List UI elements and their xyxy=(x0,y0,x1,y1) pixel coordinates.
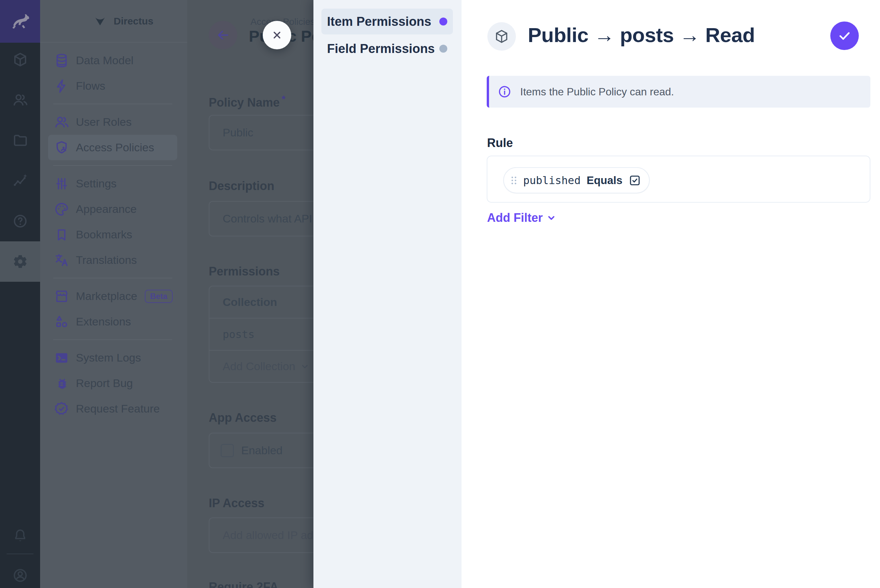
sidebar-item-bookmarks[interactable]: Bookmarks xyxy=(48,222,177,248)
app-access-label: App Access xyxy=(209,411,277,425)
nav-divider xyxy=(53,165,172,166)
sidebar-item-label: Extensions xyxy=(76,315,131,328)
storefront-icon xyxy=(54,289,69,304)
sidebar-item-label: Marketplace xyxy=(76,290,137,303)
rule-box: published Equals xyxy=(487,156,870,202)
rule-label: Rule xyxy=(487,136,513,150)
sidebar-item-request-feature[interactable]: Request Feature xyxy=(48,396,177,422)
box-icon xyxy=(494,29,509,44)
tab-item-permissions[interactable]: Item Permissions xyxy=(321,9,453,34)
add-filter-button[interactable]: Add Filter xyxy=(487,211,557,225)
description-value: Controls what API d xyxy=(209,212,322,225)
description-label: Description xyxy=(209,179,274,193)
policy-name-label: Policy Name* xyxy=(209,93,286,110)
sidebar-item-label: Access Policies xyxy=(76,141,154,154)
info-icon xyxy=(498,85,511,99)
back-button[interactable] xyxy=(209,21,237,50)
directus-app: Directus Data Model Flows xyxy=(0,0,880,588)
sidebar-item-report-bug[interactable]: Report Bug xyxy=(48,370,177,396)
module-bar-divider xyxy=(7,554,33,554)
user-roles-icon xyxy=(54,114,69,130)
box-icon xyxy=(12,52,28,68)
sidebar-item-label: Report Bug xyxy=(76,377,133,390)
sliders-icon xyxy=(54,176,69,191)
drawer-nav: Item Permissions Field Permissions xyxy=(313,0,462,588)
directus-logo[interactable] xyxy=(0,0,40,43)
sidebar-item-data-model[interactable]: Data Model xyxy=(48,48,177,73)
sidebar-item-user-roles[interactable]: User Roles xyxy=(48,109,177,135)
module-files[interactable] xyxy=(0,120,40,160)
project-header[interactable]: Directus xyxy=(40,0,187,43)
close-icon xyxy=(270,28,284,42)
info-banner: Items the Public Policy can read. xyxy=(487,76,870,108)
tab-field-permissions[interactable]: Field Permissions xyxy=(321,36,453,62)
ip-access-placeholder: Add allowed IP addr xyxy=(209,529,323,542)
module-help[interactable] xyxy=(0,201,40,242)
tab-label: Item Permissions xyxy=(327,15,432,29)
status-dot-inactive xyxy=(439,45,447,52)
enabled-checkbox[interactable] xyxy=(221,444,234,457)
bolt-icon xyxy=(54,78,69,94)
sidebar-item-appearance[interactable]: Appearance xyxy=(48,196,177,222)
sidebar-item-label: System Logs xyxy=(76,351,141,364)
sidebar-item-flows[interactable]: Flows xyxy=(48,73,177,99)
chevron-down-icon xyxy=(546,213,557,223)
module-bar xyxy=(0,0,40,588)
account-icon xyxy=(12,567,28,584)
ip-access-label: IP Access xyxy=(209,496,265,510)
notifications-button[interactable] xyxy=(0,516,40,556)
banner-text: Items the Public Policy can read. xyxy=(520,86,674,98)
drawer-title: Public → posts → Read xyxy=(528,23,755,46)
sidebar-item-system-logs[interactable]: System Logs xyxy=(48,345,177,370)
close-drawer-button[interactable] xyxy=(263,21,291,50)
sidebar-item-label: User Roles xyxy=(76,116,132,129)
bell-icon xyxy=(13,528,28,543)
user-menu-button[interactable] xyxy=(0,555,40,588)
database-icon xyxy=(54,53,69,68)
sidebar-item-label: Translations xyxy=(76,254,137,267)
sidebar-item-label: Settings xyxy=(76,177,117,190)
nav-divider xyxy=(53,104,172,104)
sidebar-item-label: Bookmarks xyxy=(76,228,132,241)
project-name: Directus xyxy=(114,15,153,27)
drawer-content: Public → posts → Read Items the Public P… xyxy=(462,0,880,588)
translate-icon xyxy=(54,253,69,268)
module-content[interactable] xyxy=(0,39,40,80)
sidebar-item-label: Data Model xyxy=(76,54,134,67)
enabled-label: Enabled xyxy=(241,444,283,457)
settings-nav: Directus Data Model Flows xyxy=(40,0,187,588)
module-settings[interactable] xyxy=(0,242,40,282)
nav-divider xyxy=(53,339,172,340)
nav-divider xyxy=(53,278,172,279)
policy-name-value: Public xyxy=(209,126,253,139)
sidebar-item-marketplace[interactable]: Marketplace Beta xyxy=(48,284,177,309)
insights-icon xyxy=(12,173,28,189)
chevron-down-icon xyxy=(300,362,310,372)
sidebar-item-translations[interactable]: Translations xyxy=(48,248,177,273)
sidebar-item-label: Request Feature xyxy=(76,402,160,415)
people-icon xyxy=(12,92,28,108)
save-button[interactable] xyxy=(830,21,859,50)
rabbit-logo-icon xyxy=(9,10,31,33)
filter-pill[interactable]: published Equals xyxy=(503,167,650,194)
bookmark-icon xyxy=(54,227,69,242)
status-dot-active xyxy=(439,18,447,26)
require-2fa-label: Require 2FA xyxy=(209,580,278,588)
module-users[interactable] xyxy=(0,80,40,120)
sidebar-item-label: Appearance xyxy=(76,202,137,216)
sidebar-item-label: Flows xyxy=(76,80,105,92)
sidebar-item-settings[interactable]: Settings xyxy=(48,171,177,196)
tab-label: Field Permissions xyxy=(327,42,435,56)
module-insights[interactable] xyxy=(0,160,40,201)
sidebar-item-access-policies[interactable]: Access Policies xyxy=(48,135,177,160)
filter-field[interactable]: published xyxy=(523,174,581,187)
arrow-left-icon xyxy=(216,28,230,42)
filter-operator[interactable]: Equals xyxy=(587,174,622,187)
drag-handle-icon[interactable] xyxy=(511,176,517,185)
folder-icon xyxy=(12,132,28,148)
sidebar-item-extensions[interactable]: Extensions xyxy=(48,309,177,334)
drawer-header-icon-circle xyxy=(487,22,516,51)
directus-fan-icon xyxy=(94,15,106,27)
checked-checkbox-icon[interactable] xyxy=(629,174,641,187)
palette-icon xyxy=(54,202,69,217)
